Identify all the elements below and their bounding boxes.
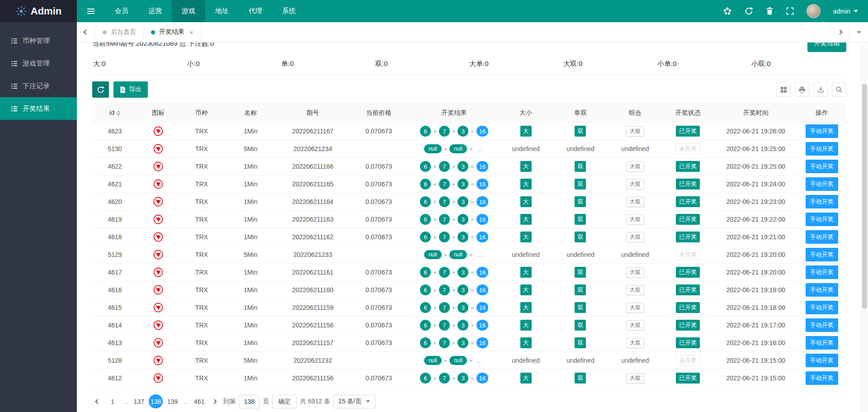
cell-name: 1Min <box>224 158 277 175</box>
pagination: 1...137138139...461到第页确定共 6912 条15 条/页 <box>92 394 846 408</box>
cell-combo: 大双 <box>609 175 662 193</box>
manual-draw-button[interactable]: 手动开奖 <box>806 230 838 244</box>
table-row: 4620TRX1Min2022062111640.0706736+7+3=16大… <box>92 193 846 211</box>
cell-time: 2022-06-21 19:24:00 <box>714 175 797 193</box>
theme-icon[interactable] <box>723 7 732 16</box>
nav-item-operation[interactable]: 运营 <box>138 0 172 22</box>
nav-item-game[interactable]: 游戏 <box>172 0 205 22</box>
trx-icon <box>153 267 163 277</box>
tabs-scroll-right-icon[interactable] <box>831 22 849 42</box>
status-badge: 已开奖 <box>676 302 700 313</box>
tab-draw-results[interactable]: 开奖结果× <box>144 22 201 42</box>
page-button-461[interactable]: 461 <box>193 395 206 408</box>
col-label: 名称 <box>244 109 257 116</box>
refresh-icon[interactable] <box>745 7 753 15</box>
cell-coin: TRX <box>179 211 224 228</box>
cell-action: 手动开奖 <box>797 264 847 281</box>
sidebar-item-game-management[interactable]: 游戏管理 <box>0 52 77 75</box>
cell-size-undefined: undefined <box>512 251 540 258</box>
result-number: 7 <box>439 373 450 384</box>
table-row: 5130TRX5Min20220621234null+null+...undef… <box>92 140 846 158</box>
manual-draw-button[interactable]: 手动开奖 <box>806 177 838 191</box>
manual-draw-button[interactable]: 手动开奖 <box>806 301 838 314</box>
manual-draw-button[interactable]: 手动开奖 <box>806 124 838 138</box>
cell-size: 大 <box>500 264 552 281</box>
filter-columns-icon[interactable] <box>776 82 791 97</box>
cell-size: 大 <box>500 281 552 299</box>
user-avatar[interactable] <box>807 4 821 18</box>
cell-parity-undefined: undefined <box>566 251 594 258</box>
col-label: id <box>109 109 114 116</box>
cell-name: 1Min <box>224 281 277 299</box>
parity-badge: 双 <box>575 373 586 384</box>
sidebar-item-bet-records[interactable]: 下注记录 <box>0 75 77 97</box>
search-icon[interactable] <box>832 82 846 97</box>
download-icon[interactable] <box>813 82 828 97</box>
sidebar-item-coin-management[interactable]: 币种管理 <box>0 29 77 52</box>
manual-draw-button[interactable]: 手动开奖 <box>806 195 838 208</box>
page-size-select[interactable]: 15 条/页 <box>333 395 375 408</box>
table-refresh-button[interactable] <box>92 81 109 98</box>
page-button-137[interactable]: 137 <box>132 395 146 408</box>
status-badge: 已开奖 <box>676 373 700 384</box>
tabs-scroll-left-icon[interactable] <box>77 22 95 42</box>
sort-icon[interactable] <box>117 109 120 118</box>
menu-toggle-icon[interactable] <box>77 0 105 22</box>
nav-item-address[interactable]: 地址 <box>205 0 239 22</box>
manual-draw-button[interactable]: 手动开奖 <box>806 160 838 173</box>
manual-draw-button[interactable]: 手动开奖 <box>806 142 838 156</box>
status-badge: 已开奖 <box>676 179 700 189</box>
cell-status: 已开奖 <box>661 264 714 281</box>
manual-draw-button[interactable]: 手动开奖 <box>806 265 838 279</box>
combo-badge: 大双 <box>626 373 644 384</box>
trx-icon <box>153 303 163 313</box>
manual-draw-button[interactable]: 手动开奖 <box>806 371 838 385</box>
page-button-1[interactable]: 1 <box>106 395 119 408</box>
manual-draw-button[interactable]: 手动开奖 <box>806 283 838 297</box>
manual-draw-button[interactable]: 手动开奖 <box>806 248 838 261</box>
cell-name: 1Min <box>224 264 277 281</box>
null-badge: null <box>424 250 442 259</box>
equals-sign: = <box>471 287 474 294</box>
result-number: 3 <box>458 126 468 137</box>
clear-cache-icon[interactable] <box>766 7 774 15</box>
next-page-button[interactable] <box>209 395 220 408</box>
size-badge: 大 <box>520 320 532 331</box>
export-button[interactable]: 导出 <box>113 81 148 98</box>
sidebar-item-draw-results[interactable]: 开奖结果 <box>0 97 77 120</box>
confirm-button[interactable]: 确定 <box>272 395 297 408</box>
nav-item-member[interactable]: 会员 <box>105 0 138 22</box>
nav-item-system[interactable]: 系统 <box>272 0 306 22</box>
manual-draw-button[interactable]: 手动开奖 <box>806 354 838 367</box>
cell-name: 1Min <box>224 211 277 228</box>
vertical-scrollbar[interactable] <box>861 43 868 412</box>
draw-current-button[interactable]: 开奖当期 <box>807 43 846 52</box>
page-button-139[interactable]: 139 <box>166 395 179 408</box>
prev-page-button[interactable] <box>92 395 103 408</box>
tabs-menu-toggle[interactable] <box>849 22 868 42</box>
col-label: 期号 <box>307 109 319 116</box>
cell-icon <box>137 369 179 387</box>
page-button-138[interactable]: 138 <box>149 394 163 408</box>
cell-result: 6+7+3=16 <box>409 334 500 352</box>
col-id[interactable]: id <box>92 104 137 123</box>
scrollbar-thumb[interactable] <box>862 84 867 309</box>
table-row: 4614TRX1Min2022062111580.0706736+7+3=16大… <box>92 317 846 334</box>
nav-item-agent[interactable]: 代理 <box>239 0 272 22</box>
manual-draw-button[interactable]: 手动开奖 <box>806 336 838 350</box>
tab-home[interactable]: 后台首页 <box>95 22 144 42</box>
cell-action: 手动开奖 <box>797 352 847 369</box>
cell-period: 202206211163 <box>277 211 349 228</box>
cell-status: 已开奖 <box>661 369 714 387</box>
cell-action: 手动开奖 <box>797 140 847 158</box>
print-icon[interactable] <box>795 82 809 97</box>
tab-close-icon[interactable]: × <box>189 28 193 36</box>
user-menu[interactable]: admin <box>833 8 858 15</box>
cell-coin: TRX <box>179 369 224 387</box>
cell-price: 0.070673 <box>349 317 409 334</box>
manual-draw-button[interactable]: 手动开奖 <box>806 318 838 332</box>
manual-draw-button[interactable]: 手动开奖 <box>806 213 838 226</box>
goto-page-input[interactable] <box>239 395 259 408</box>
plus-sign: + <box>469 357 473 364</box>
fullscreen-icon[interactable] <box>786 7 794 15</box>
